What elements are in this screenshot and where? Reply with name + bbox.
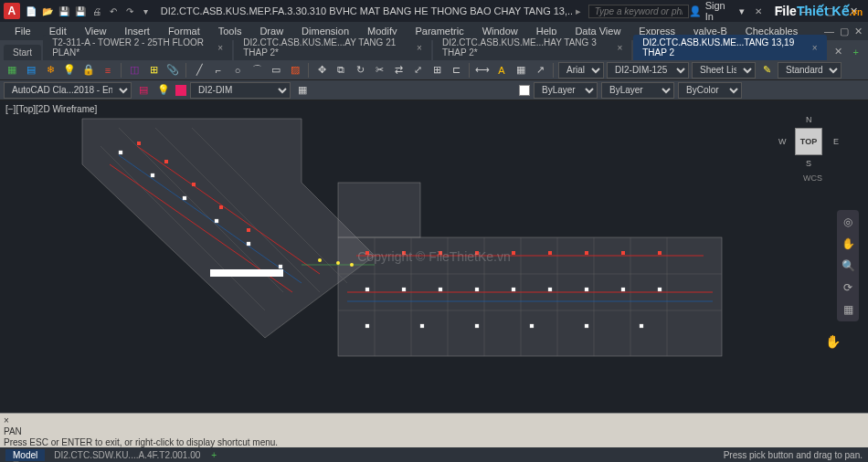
layer-lock-icon[interactable]: 🔒 bbox=[80, 62, 97, 79]
app-icon[interactable]: A bbox=[4, 3, 20, 19]
command-line: × PAN Press ESC or ENTER to exit, or rig… bbox=[0, 413, 868, 447]
saveas-icon[interactable]: 💾 bbox=[73, 4, 88, 18]
svg-rect-30 bbox=[192, 183, 196, 186]
svg-point-54 bbox=[318, 258, 322, 262]
add-layout-icon[interactable]: + bbox=[211, 450, 217, 460]
wheel-icon[interactable]: ◎ bbox=[840, 214, 856, 230]
open-icon[interactable]: 📂 bbox=[40, 4, 55, 18]
layer-iso-icon[interactable]: 💡 bbox=[155, 82, 172, 99]
color-select[interactable]: ByColor bbox=[678, 82, 742, 99]
tab-doc2[interactable]: DI2.CTC.ASB.KUS.ME...AY TANG 21 THAP 2*× bbox=[234, 35, 431, 60]
svg-rect-20 bbox=[402, 251, 406, 255]
array-icon[interactable]: ⊞ bbox=[429, 62, 445, 79]
xref-icon[interactable]: 📎 bbox=[164, 62, 181, 79]
plot-icon[interactable]: 🖨 bbox=[90, 4, 104, 18]
svg-rect-35 bbox=[439, 288, 442, 291]
brush-icon[interactable]: ✎ bbox=[758, 62, 775, 79]
line-icon[interactable]: ╱ bbox=[191, 62, 207, 79]
arc-icon[interactable]: ⌒ bbox=[249, 62, 265, 79]
mirror-icon[interactable]: ⇄ bbox=[390, 62, 407, 79]
svg-rect-25 bbox=[585, 251, 588, 255]
layer-freeze-icon[interactable]: ❄ bbox=[42, 62, 58, 79]
block-icon[interactable]: ◫ bbox=[126, 62, 143, 79]
dim-icon[interactable]: ⟷ bbox=[474, 62, 491, 79]
layer-walk-icon[interactable]: ▦ bbox=[294, 82, 311, 99]
signin-button[interactable]: 👤 Sign In ▾ bbox=[689, 0, 745, 22]
circle-icon[interactable]: ○ bbox=[229, 62, 246, 79]
tab-doc1[interactable]: T2-311-A - TOWER 2 - 25TH FLOOR PLAN*× bbox=[43, 35, 232, 60]
move-icon[interactable]: ✥ bbox=[313, 62, 330, 79]
scale-icon[interactable]: ⤢ bbox=[409, 62, 426, 79]
drawing-viewport[interactable]: [−][Top][2D Wireframe] bbox=[0, 100, 868, 413]
trim-icon[interactable]: ✂ bbox=[371, 62, 387, 79]
svg-rect-33 bbox=[365, 288, 369, 291]
tab-doc4[interactable]: DI2.CTC.ASB.KUS.ME...TANG 13,19 THAP 2× bbox=[633, 35, 826, 60]
table-icon[interactable]: ▦ bbox=[513, 62, 529, 79]
close-icon[interactable]: × bbox=[812, 43, 818, 53]
signin-label: Sign In bbox=[705, 0, 736, 22]
save-icon[interactable]: 💾 bbox=[57, 4, 71, 18]
close-icon[interactable]: × bbox=[217, 43, 223, 53]
chevron-down-icon: ▾ bbox=[739, 5, 745, 17]
new-tab-button[interactable]: ✕ bbox=[829, 43, 848, 60]
textstyle-select[interactable]: Arial bbox=[558, 62, 604, 79]
svg-rect-38 bbox=[548, 288, 552, 291]
layer-off-icon[interactable]: 💡 bbox=[61, 62, 78, 79]
viewcube[interactable]: N S E W TOP bbox=[786, 119, 831, 164]
leader-icon[interactable]: ↗ bbox=[532, 62, 548, 79]
showmotion-icon[interactable]: ▦ bbox=[840, 301, 856, 318]
doc-close-icon[interactable]: ✕ bbox=[854, 26, 863, 37]
sheet-select[interactable]: Sheet List bbox=[692, 62, 756, 79]
dimstyle-select[interactable]: DI2-DIM-125 bbox=[607, 62, 689, 79]
orbit-icon[interactable]: ⟳ bbox=[840, 279, 856, 296]
hatch-icon[interactable]: ▨ bbox=[287, 62, 303, 79]
svg-rect-37 bbox=[512, 288, 515, 291]
tab-label: T2-311-A - TOWER 2 - 25TH FLOOR PLAN* bbox=[52, 37, 212, 58]
search-input[interactable] bbox=[588, 5, 689, 18]
zoom-icon[interactable]: 🔍 bbox=[840, 257, 856, 274]
current-layer-select[interactable]: DI2-DIM bbox=[190, 82, 291, 99]
title-chevron-icon[interactable]: ▸ bbox=[576, 5, 581, 17]
tab-start[interactable]: Start bbox=[4, 45, 41, 60]
svg-rect-42 bbox=[365, 324, 369, 328]
pline-icon[interactable]: ⌐ bbox=[210, 62, 227, 79]
close-icon[interactable]: × bbox=[617, 43, 622, 53]
layer-states-icon[interactable]: ▤ bbox=[23, 62, 39, 79]
close-icon[interactable]: × bbox=[417, 43, 422, 53]
qat-more-icon[interactable]: ▾ bbox=[139, 4, 153, 18]
layer-props-icon[interactable]: ▤ bbox=[135, 82, 152, 99]
menu-file[interactable]: File bbox=[5, 24, 40, 38]
svg-rect-22 bbox=[475, 251, 479, 255]
redo-icon[interactable]: ↷ bbox=[122, 4, 137, 18]
window-title: DI2.CTC.ASB.KUS.MEP.FA.3.30.310 BVHC MAT… bbox=[161, 5, 572, 16]
compass-n: N bbox=[806, 115, 812, 124]
linetype-select[interactable]: ByLayer bbox=[534, 82, 598, 99]
tab-label: DI2.CTC.ASB.KUS.ME...HAY TANG 3 THAP 2* bbox=[442, 37, 611, 58]
undo-icon[interactable]: ↶ bbox=[106, 4, 121, 18]
copy-icon[interactable]: ⧉ bbox=[333, 62, 349, 79]
rect-icon[interactable]: ▭ bbox=[268, 62, 284, 79]
svg-rect-49 bbox=[151, 173, 154, 177]
text-icon[interactable]: A bbox=[493, 62, 510, 79]
layer-icon[interactable]: ▦ bbox=[4, 62, 20, 79]
user-icon: 👤 bbox=[689, 5, 702, 17]
add-tab-button[interactable]: + bbox=[848, 44, 864, 60]
svg-rect-40 bbox=[621, 288, 625, 291]
viewcube-top[interactable]: TOP bbox=[795, 128, 822, 155]
layer-select[interactable]: AutoCAD Cla...2018 - Englisl bbox=[4, 82, 132, 99]
lineweight-select[interactable]: ByLayer bbox=[601, 82, 674, 99]
new-icon[interactable]: 📄 bbox=[24, 4, 38, 18]
pan-icon[interactable]: ✋ bbox=[840, 236, 856, 252]
model-tab[interactable]: Model bbox=[5, 449, 45, 461]
rotate-icon[interactable]: ↻ bbox=[352, 62, 368, 79]
offset-icon[interactable]: ⊏ bbox=[448, 62, 464, 79]
doc-restore-icon[interactable]: ▢ bbox=[840, 26, 849, 37]
exchange-icon[interactable]: ✕ bbox=[752, 4, 767, 18]
layer-match-icon[interactable]: ≡ bbox=[100, 62, 116, 79]
compass-s: S bbox=[806, 159, 811, 168]
tab-doc3[interactable]: DI2.CTC.ASB.KUS.ME...HAY TANG 3 THAP 2*× bbox=[433, 35, 631, 60]
insert-icon[interactable]: ⊞ bbox=[145, 62, 162, 79]
layout-tab[interactable]: DI2.CTC.SDW.KU....A.4F.T2.001.00 bbox=[47, 449, 207, 461]
standard-select[interactable]: Standard bbox=[778, 62, 842, 79]
document-tabs: Start T2-311-A - TOWER 2 - 25TH FLOOR PL… bbox=[0, 40, 868, 60]
